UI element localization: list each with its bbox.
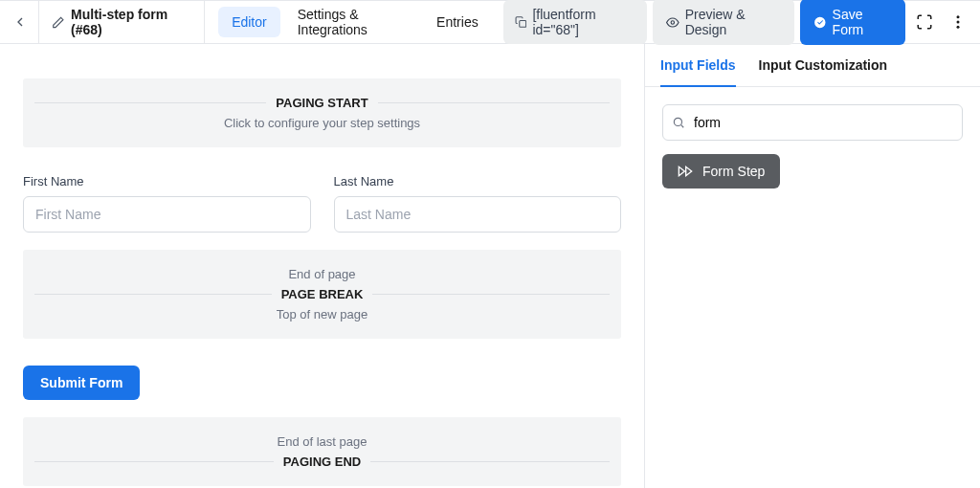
form-title-area[interactable]: Multi-step form (#68) — [44, 7, 198, 37]
svg-point-5 — [957, 21, 960, 24]
main: PAGING START Click to configure your ste… — [0, 44, 980, 488]
nav-tabs: Editor Settings & Integrations Entries — [218, 0, 492, 45]
back-button[interactable] — [8, 9, 33, 35]
last-name-input[interactable] — [334, 196, 622, 233]
shortcode-text: [fluentform id="68"] — [532, 7, 635, 37]
sidebar-tabs: Input Fields Input Customization — [645, 44, 980, 87]
field-item-label: Form Step — [702, 164, 765, 179]
copy-icon — [515, 15, 527, 29]
svg-point-4 — [957, 15, 960, 18]
form-canvas: PAGING START Click to configure your ste… — [0, 44, 645, 488]
edit-icon — [52, 15, 65, 30]
fullscreen-button[interactable] — [911, 7, 939, 37]
sidebar-tab-input-fields[interactable]: Input Fields — [660, 44, 736, 86]
eye-icon — [666, 15, 679, 30]
more-menu-button[interactable] — [945, 7, 972, 37]
svg-point-7 — [674, 118, 681, 125]
last-name-field: Last Name — [334, 174, 622, 233]
svg-point-1 — [671, 20, 674, 23]
page-break-sub: Top of new page — [34, 307, 610, 322]
svg-rect-0 — [519, 20, 525, 27]
paging-end-supra: End of last page — [34, 434, 610, 449]
tab-settings-integrations[interactable]: Settings & Integrations — [284, 0, 419, 45]
svg-point-6 — [957, 26, 960, 29]
sidebar: Input Fields Input Customization Form St… — [645, 44, 980, 488]
field-item-form-step[interactable]: Form Step — [662, 154, 780, 189]
save-form-label: Save Form — [833, 7, 892, 37]
page-break-supra: End of page — [34, 267, 610, 281]
svg-line-8 — [681, 125, 684, 128]
divider — [38, 0, 39, 44]
tab-editor[interactable]: Editor — [218, 7, 280, 37]
search-icon — [672, 116, 685, 129]
paging-end-title: PAGING END — [283, 455, 361, 469]
search-wrap — [662, 104, 963, 141]
page-break-block[interactable]: End of page PAGE BREAK Top of new page — [23, 250, 621, 339]
check-circle-icon — [813, 15, 827, 30]
field-search-input[interactable] — [662, 104, 963, 141]
submit-button[interactable]: Submit Form — [23, 366, 140, 400]
fast-forward-icon — [678, 164, 693, 179]
first-name-input[interactable] — [23, 196, 311, 233]
paging-start-block[interactable]: PAGING START Click to configure your ste… — [23, 78, 621, 147]
save-form-button[interactable]: Save Form — [800, 0, 905, 45]
paging-start-sub: Click to configure your step settings — [34, 116, 610, 130]
divider — [204, 0, 205, 44]
sidebar-body: Form Step — [645, 87, 980, 206]
svg-marker-10 — [679, 166, 684, 175]
paging-start-title: PAGING START — [276, 96, 368, 110]
preview-design-button[interactable]: Preview & Design — [653, 0, 794, 45]
form-title: Multi-step form (#68) — [71, 7, 190, 37]
first-name-field: First Name — [23, 174, 311, 233]
last-name-label: Last Name — [334, 174, 622, 189]
svg-marker-9 — [686, 166, 692, 175]
shortcode-chip[interactable]: [fluentform id="68"] — [503, 0, 647, 44]
more-vertical-icon — [949, 13, 967, 31]
page-break-title: PAGE BREAK — [281, 287, 364, 301]
first-name-label: First Name — [23, 174, 311, 189]
fullscreen-icon — [916, 13, 933, 31]
paging-end-block[interactable]: End of last page PAGING END — [23, 417, 621, 486]
tab-entries[interactable]: Entries — [423, 7, 492, 37]
preview-design-label: Preview & Design — [685, 7, 781, 37]
chevron-left-icon — [12, 14, 28, 30]
topbar: Multi-step form (#68) Editor Settings & … — [0, 0, 980, 44]
name-row: First Name Last Name — [23, 174, 621, 233]
sidebar-tab-input-customization[interactable]: Input Customization — [759, 44, 888, 86]
